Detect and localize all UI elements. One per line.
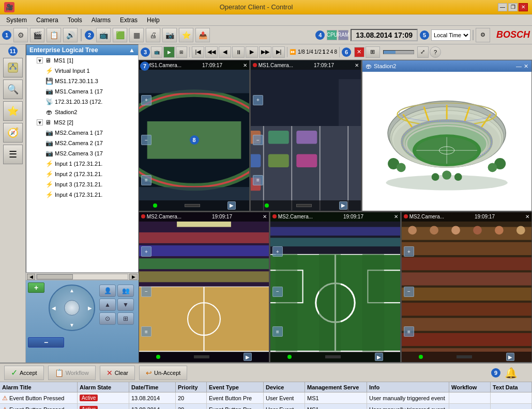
toolbar-view1-btn[interactable]: 📺 xyxy=(96,28,111,42)
cam4-progress[interactable] xyxy=(325,355,341,358)
tree-item-ms2[interactable]: ▼ 🖥 MS2 [2] xyxy=(26,117,138,128)
close-button[interactable]: ✕ xyxy=(519,3,528,11)
hscroll-thumb[interactable] xyxy=(37,274,73,279)
toolbar-star-btn[interactable]: ⭐ xyxy=(179,28,193,42)
toolbar-print-btn[interactable]: 🖨 xyxy=(146,28,160,42)
sidebar-list-btn[interactable]: ☰ xyxy=(3,145,23,164)
expand-ms2[interactable]: ▼ xyxy=(37,119,43,125)
ptz-btn-square[interactable]: ⊞ xyxy=(117,312,134,325)
sidebar-tree-btn[interactable] xyxy=(3,58,23,77)
cam3-menu[interactable]: ≡ xyxy=(141,326,151,337)
toolbar-view2-btn[interactable]: 🟩 xyxy=(113,28,127,42)
cam3-zoom-in[interactable]: + xyxy=(141,246,151,257)
menu-tools[interactable]: Tools xyxy=(64,15,86,25)
menu-system[interactable]: System xyxy=(2,15,31,25)
pb-play[interactable]: ▶ xyxy=(246,46,258,58)
scroll-left-btn[interactable]: ◀ xyxy=(27,274,35,280)
cam1-bottom-btn[interactable]: ▶ xyxy=(227,201,236,210)
ptz-btn-down[interactable]: ▼ xyxy=(117,298,134,311)
restore-button[interactable]: ❐ xyxy=(508,3,518,11)
cam5-zoom-in[interactable]: + xyxy=(404,246,414,257)
toolbar-view3-btn[interactable]: ▦ xyxy=(129,28,144,42)
add-ptz-btn[interactable]: + xyxy=(28,282,44,293)
pb-fast-fwd[interactable]: ▶▶ xyxy=(259,46,271,58)
cam5-bottom-btn[interactable]: ▶ xyxy=(506,353,514,361)
pb-layout-btn[interactable]: ⊞ xyxy=(176,46,187,58)
tree-scroll[interactable]: ▼ 🖥 MS1 [1] ⚡ Virtual Input 1 💾 xyxy=(26,55,138,270)
cam4-menu[interactable]: ≡ xyxy=(272,326,283,337)
sidebar-nav-btn[interactable]: 🧭 xyxy=(3,123,23,143)
pb-prev-frame[interactable]: ◀◀ xyxy=(205,46,218,58)
cam2-menu[interactable]: ≡ xyxy=(253,175,263,185)
cam3-zoom-out[interactable]: − xyxy=(141,287,151,297)
toolbar-camera-btn[interactable]: 🎬 xyxy=(30,28,44,42)
cam5-close[interactable]: ✕ xyxy=(525,214,529,219)
alarm-row-1[interactable]: ⚠ Event Button Pressed Active 13.08.2014… xyxy=(0,392,532,404)
pb-step-back[interactable]: ◀ xyxy=(219,46,231,58)
toolbar-list-btn[interactable]: 📋 xyxy=(47,28,61,42)
cam1-close[interactable]: ✕ xyxy=(243,62,247,68)
minimize-button[interactable]: — xyxy=(498,3,507,11)
ptz-btn-circle[interactable]: ⊙ xyxy=(99,312,116,325)
cam3-progress[interactable] xyxy=(194,355,209,358)
sidebar-star-btn[interactable]: ⭐ xyxy=(3,101,23,121)
cam5-zoom-out[interactable]: − xyxy=(404,287,414,297)
expand-ms1[interactable]: ▼ xyxy=(37,57,43,64)
cam1-zoom-out[interactable]: − xyxy=(141,135,151,145)
unaccept-button[interactable]: ↩ Un-Accept xyxy=(139,366,187,380)
tree-hscrollbar[interactable]: ◀ ▶ xyxy=(26,273,139,280)
pb-skip-end[interactable]: ▶| xyxy=(272,46,285,58)
workflow-button[interactable]: 📋 Workflow xyxy=(48,366,96,380)
menu-extras[interactable]: Extras xyxy=(116,15,142,25)
cam4-bottom-btn[interactable]: ▶ xyxy=(375,353,383,361)
timezone-select[interactable]: Local Time xyxy=(431,29,470,41)
cam3-close[interactable]: ✕ xyxy=(263,214,267,219)
tree-item-input2[interactable]: ⚡ Input 2 (172.31.21. xyxy=(26,169,138,179)
help-btn[interactable]: ? xyxy=(430,46,441,58)
cam5-progress[interactable] xyxy=(457,355,472,358)
ptz-btn-person2[interactable]: 👥 xyxy=(117,285,134,297)
hscroll-track[interactable] xyxy=(36,274,128,280)
alarm-row-2[interactable]: ⚠ Event Button Pressed Active 13.08.2014… xyxy=(0,404,532,409)
ptz-btn-person[interactable]: 👤 xyxy=(99,285,116,297)
cam4-close[interactable]: ✕ xyxy=(394,214,398,219)
toolbar-camera2-btn[interactable]: 📷 xyxy=(162,28,177,42)
zoom-thumb[interactable] xyxy=(384,51,396,54)
tree-item-scsi[interactable]: 📡 172.31.20.13 (172. xyxy=(26,97,138,107)
pb-live-btn[interactable]: 📺 xyxy=(151,46,162,58)
tree-item-input4[interactable]: ⚡ Input 4 (172.31.21. xyxy=(26,190,138,200)
zoom-slider[interactable] xyxy=(383,50,414,54)
tree-item-ms1-cam1[interactable]: 📷 MS1.Camera 1 (17 xyxy=(26,86,138,97)
tree-item-stadion2[interactable]: 🏟 Stadion2 xyxy=(26,107,138,117)
stop-btn[interactable]: ✕ xyxy=(354,47,364,57)
cam2-zoom-in[interactable]: + xyxy=(253,95,263,105)
tree-item-ms1-ip[interactable]: 💾 MS1.172.30.11.3 xyxy=(26,76,138,86)
toolbar-export-btn[interactable]: 📤 xyxy=(195,28,210,42)
pb-skip-start[interactable]: |◀ xyxy=(192,46,204,58)
tree-item-ms2-cam3[interactable]: 📷 MS2.Camera 3 (17 xyxy=(26,148,138,159)
map-minimize[interactable]: — xyxy=(516,63,522,70)
pb-pause[interactable]: ⏸ xyxy=(232,46,245,58)
tree-item-ms1[interactable]: ▼ 🖥 MS1 [1] xyxy=(26,55,138,66)
map-close[interactable]: ✕ xyxy=(524,63,528,70)
settings-btn[interactable]: ⚙ xyxy=(476,28,490,42)
cam2-progress[interactable] xyxy=(296,204,312,207)
cam2-bottom-btn[interactable]: ▶ xyxy=(339,201,347,210)
cam2-close[interactable]: ✕ xyxy=(355,62,359,68)
tree-item-ms2-cam2[interactable]: 📷 MS2.Camera 2 (17 xyxy=(26,138,138,148)
ptz-center[interactable] xyxy=(64,300,80,316)
menu-help[interactable]: Help xyxy=(143,15,164,25)
zoom-minus-btn[interactable]: − xyxy=(28,337,64,348)
expand-btn[interactable]: ⤢ xyxy=(417,46,429,58)
cam2-zoom-out[interactable]: − xyxy=(253,135,263,145)
menu-alarms[interactable]: Alarms xyxy=(87,15,115,25)
cam3-bottom-btn[interactable]: ▶ xyxy=(244,353,252,361)
pb-green-btn[interactable]: ▶ xyxy=(163,46,175,58)
accept-button[interactable]: ✓ Accept xyxy=(4,366,44,380)
tree-scroll-up[interactable]: ▲ xyxy=(129,46,135,54)
cam4-zoom-out[interactable]: − xyxy=(272,287,283,297)
cam1-progress[interactable] xyxy=(185,204,200,207)
toolbar-system-btn[interactable]: ⚙ xyxy=(13,28,28,42)
ptz-pad[interactable]: ▲ ▼ ◀ ▶ xyxy=(49,285,95,331)
tree-item-input3[interactable]: ⚡ Input 3 (172.31.21. xyxy=(26,179,138,190)
